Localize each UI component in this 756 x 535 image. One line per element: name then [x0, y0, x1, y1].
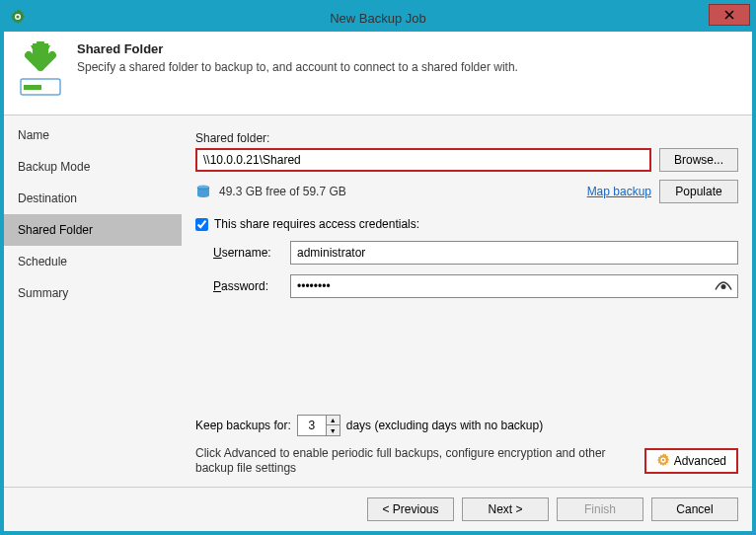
keep-backups-spinner[interactable]: ▲ ▼ [297, 415, 340, 436]
requires-credentials-label: This share requires access credentials: [214, 217, 419, 231]
page-header: Shared Folder Specify a shared folder to… [4, 32, 752, 115]
advanced-button[interactable]: Advanced [644, 448, 738, 474]
previous-button[interactable]: < Previous [367, 497, 454, 521]
shared-folder-label: Shared folder: [195, 131, 738, 145]
svg-rect-3 [24, 85, 41, 90]
gear-icon [10, 9, 26, 28]
main-panel: Shared folder: Browse... 49.3 GB free of… [182, 115, 752, 487]
sidebar-item-name[interactable]: Name [4, 119, 182, 151]
username-input[interactable] [290, 241, 738, 265]
password-input[interactable] [290, 274, 738, 298]
svg-point-1 [16, 15, 19, 18]
finish-button: Finish [557, 497, 643, 521]
spinner-up[interactable]: ▲ [327, 416, 340, 426]
sidebar-item-backup-mode[interactable]: Backup Mode [4, 151, 182, 183]
username-label: Username: [213, 246, 280, 260]
spinner-down[interactable]: ▼ [327, 425, 340, 435]
keep-backups-suffix: days (excluding days with no backup) [346, 419, 543, 432]
keep-backups-label: Keep backups for: [195, 419, 291, 432]
close-icon [724, 10, 734, 20]
map-backup-link[interactable]: Map backup [587, 185, 651, 198]
shared-folder-input[interactable] [195, 148, 651, 172]
dialog-footer: < Previous Next > Finish Cancel [4, 487, 752, 531]
password-label: Password: [213, 279, 280, 293]
sidebar-item-schedule[interactable]: Schedule [4, 246, 182, 277]
sidebar-item-destination[interactable]: Destination [4, 183, 182, 214]
svg-point-6 [721, 284, 726, 289]
disk-icon [195, 184, 211, 199]
page-subtitle: Specify a shared folder to backup to, an… [77, 60, 518, 74]
header-text: Shared Folder Specify a shared folder to… [77, 41, 518, 101]
sidebar: Name Backup Mode Destination Shared Fold… [4, 115, 182, 487]
dialog-window: New Backup Job Shared Folder Specify a s… [4, 4, 752, 531]
reveal-password-icon[interactable] [715, 279, 732, 294]
titlebar: New Backup Job [4, 4, 752, 32]
window-title: New Backup Job [330, 11, 426, 26]
advanced-hint-text: Click Advanced to enable periodic full b… [195, 446, 633, 477]
sidebar-item-shared-folder[interactable]: Shared Folder [4, 214, 182, 246]
cancel-button[interactable]: Cancel [651, 497, 738, 521]
svg-point-8 [661, 459, 664, 462]
close-button[interactable] [709, 4, 750, 26]
page-title: Shared Folder [77, 41, 518, 56]
header-icon [18, 41, 63, 101]
next-button[interactable]: Next > [462, 497, 549, 521]
dialog-body: Name Backup Mode Destination Shared Fold… [4, 115, 752, 487]
gear-icon [656, 453, 670, 470]
browse-button[interactable]: Browse... [659, 148, 738, 172]
keep-backups-value[interactable] [298, 416, 326, 435]
disk-free-text: 49.3 GB free of 59.7 GB [219, 185, 346, 198]
requires-credentials-checkbox[interactable] [195, 218, 208, 231]
populate-button[interactable]: Populate [659, 180, 738, 203]
sidebar-item-summary[interactable]: Summary [4, 277, 182, 309]
advanced-button-label: Advanced [674, 454, 726, 468]
